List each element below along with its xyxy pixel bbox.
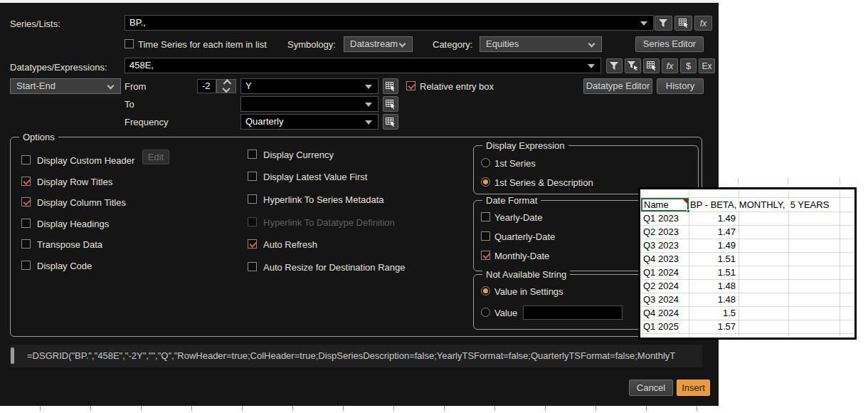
comment-indicator-icon [683, 199, 687, 204]
row-value[interactable]: 1.5 [690, 308, 736, 318]
datastream-request-dialog: Series/Lists: BP., fx Time Series for ea… [0, 3, 719, 406]
row-value[interactable]: 1.51 [690, 253, 736, 264]
yearly-date-label: Yearly-Date [494, 213, 542, 223]
row-value[interactable]: 1.57 [690, 321, 736, 332]
not-available-value-input[interactable] [523, 305, 623, 320]
datatype-editor-button[interactable]: Datatype Editor [583, 78, 652, 94]
row-label[interactable]: Q1 2024 [643, 267, 679, 278]
row-value[interactable]: 1.47 [690, 226, 736, 237]
hyperlink-series-metadata-checkbox[interactable] [248, 194, 257, 204]
row-label[interactable]: Q1 2025 [643, 321, 679, 332]
series-filter-button[interactable] [655, 16, 672, 31]
dropdown-arrow-icon[interactable] [365, 103, 372, 107]
row-value[interactable]: 1.51 [690, 267, 736, 278]
category-dropdown[interactable]: Equities [480, 36, 602, 52]
frequency-grid-select-button[interactable] [383, 114, 398, 130]
row-label[interactable]: Q4 2023 [643, 253, 679, 264]
datatypes-filter-select-button[interactable] [625, 58, 641, 73]
row-label[interactable]: Q3 2024 [643, 294, 679, 305]
row-value[interactable]: 1.48 [690, 294, 736, 305]
name-cell-selected[interactable]: Name [641, 198, 689, 211]
datatypes-filter-button[interactable] [606, 58, 623, 73]
excel-gridline [640, 266, 854, 266]
relative-entry-checkbox[interactable] [406, 81, 416, 90]
symbology-label: Symbology: [287, 40, 336, 50]
row-value[interactable]: 1.49 [690, 240, 736, 251]
yearly-date-checkbox[interactable] [481, 212, 490, 221]
transpose-data-checkbox[interactable] [21, 239, 31, 249]
hyperlink-datatype-definition-label: Hyperlink To Datatype Definition [263, 218, 395, 228]
dropdown-arrow-icon[interactable] [365, 85, 372, 89]
excel-gridline [640, 239, 854, 239]
date-mode-dropdown[interactable]: Start-End [10, 78, 121, 94]
series-description-cell[interactable]: BP - BETA, MONTHLY, 5 YEARS [690, 199, 831, 210]
spinner-down-icon[interactable] [217, 86, 235, 93]
history-button[interactable]: History [657, 78, 704, 94]
dropdown-arrow-icon[interactable] [588, 64, 595, 68]
hyperlink-datatype-definition-checkbox[interactable] [248, 217, 257, 226]
excel-gridline [640, 306, 854, 307]
value-radio[interactable] [481, 308, 490, 317]
to-dropdown[interactable] [240, 96, 379, 112]
row-value[interactable]: 1.48 [690, 281, 736, 291]
series-input[interactable]: BP., [125, 15, 654, 31]
series-editor-button[interactable]: Series Editor [635, 36, 704, 52]
time-series-checkbox[interactable] [125, 39, 134, 48]
formula-scrollbar[interactable] [11, 347, 14, 364]
auto-refresh-checkbox[interactable] [248, 239, 257, 249]
first-series-description-radio[interactable] [481, 177, 490, 187]
excel-gridline [640, 279, 854, 280]
display-row-titles-checkbox[interactable] [21, 177, 31, 186]
display-headings-checkbox[interactable] [21, 219, 31, 228]
insert-button[interactable]: Insert [677, 380, 710, 396]
excel-gridline [640, 333, 854, 334]
excel-gridline [840, 178, 840, 184]
dropdown-arrow-icon[interactable] [640, 21, 647, 26]
row-label[interactable]: Q2 2024 [643, 281, 679, 291]
datatypes-input[interactable]: 458E, [125, 58, 601, 73]
fill-handle[interactable] [687, 209, 690, 213]
excel-gridline [640, 211, 854, 212]
datatypes-grid-select-button[interactable] [643, 58, 660, 73]
from-value-input[interactable]: -2 [197, 79, 216, 93]
series-input-value: BP., [129, 17, 146, 28]
display-custom-header-label: Display Custom Header [37, 156, 134, 166]
row-label[interactable]: Q1 2023 [643, 213, 679, 224]
series-grid-select-button[interactable] [674, 16, 692, 31]
row-label[interactable]: Q2 2023 [643, 226, 679, 237]
datatypes-expression-button[interactable]: Ex [699, 58, 715, 73]
value-in-settings-radio[interactable] [481, 286, 490, 296]
row-value[interactable]: 1.49 [690, 213, 736, 224]
datatypes-fx-button[interactable]: fx [662, 58, 678, 73]
datatypes-currency-button[interactable]: $ [680, 58, 697, 73]
formula-preview[interactable]: =DSGRID("BP.","458E","-2Y","","Q","RowHe… [10, 345, 702, 367]
row-label[interactable]: Q4 2024 [643, 308, 679, 318]
series-fx-button[interactable]: fx [694, 16, 712, 31]
first-series-description-label: 1st Series & Description [494, 178, 593, 188]
row-label[interactable]: Q3 2023 [643, 240, 679, 251]
from-grid-select-button[interactable] [383, 78, 398, 94]
dropdown-arrow-icon[interactable] [365, 120, 372, 125]
value-label: Value [494, 308, 517, 318]
cancel-button[interactable]: Cancel [629, 380, 673, 396]
transpose-data-label: Transpose Data [37, 240, 102, 250]
symbology-dropdown[interactable]: Datastream [344, 36, 413, 52]
frequency-dropdown[interactable]: Quarterly [240, 114, 379, 130]
datatypes-label: Datatypes/Expressions: [10, 63, 107, 73]
auto-resize-checkbox[interactable] [248, 262, 257, 271]
display-currency-checkbox[interactable] [248, 150, 257, 159]
edit-custom-header-button[interactable]: Edit [142, 150, 169, 164]
chevron-down-icon [588, 41, 596, 48]
display-latest-value-first-checkbox[interactable] [248, 172, 257, 181]
from-label: From [125, 82, 146, 92]
to-grid-select-button[interactable] [383, 96, 398, 112]
first-series-radio[interactable] [481, 158, 490, 167]
monthly-date-checkbox[interactable] [481, 251, 490, 260]
auto-resize-label: Auto Resize for Destination Range [263, 263, 405, 273]
from-unit-dropdown[interactable]: Y [240, 78, 379, 94]
quarterly-date-checkbox[interactable] [481, 231, 490, 241]
from-spinner[interactable] [216, 79, 236, 93]
display-custom-header-checkbox[interactable] [21, 155, 31, 164]
display-code-checkbox[interactable] [21, 261, 31, 270]
display-column-titles-checkbox[interactable] [21, 197, 31, 206]
